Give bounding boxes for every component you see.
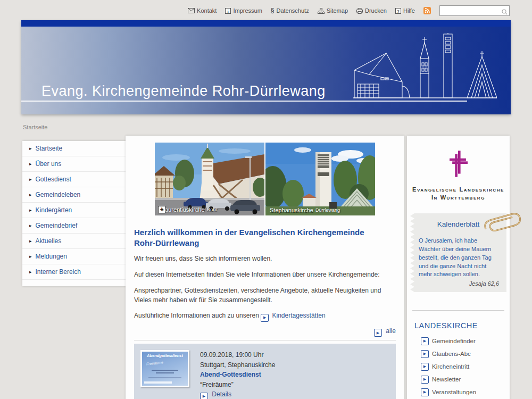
paperclip-decoration <box>481 209 522 237</box>
link-newsletter[interactable]: ▶ Newsletter <box>421 376 510 384</box>
link-kircheneintritt[interactable]: ▶ Kircheneintritt <box>421 363 510 371</box>
info-icon: i <box>225 8 231 14</box>
imprint-link[interactable]: i Impressum <box>225 7 262 14</box>
intro-paragraph: Ansprechpartner, Gottesdienstzeiten, ver… <box>134 286 396 305</box>
event-details-row: ▶ Details <box>200 389 275 399</box>
site-header-banner: Evang. Kirchengemeinde Rohr-Dürrlewang <box>21 20 511 114</box>
photo-caption: Stephanuskirche Dürrlewang <box>265 207 340 213</box>
play-link-icon: ▶ <box>421 388 429 396</box>
sidebar-divider <box>412 310 504 311</box>
church-photos: + Laurentiuskirche Rohr <box>134 143 396 215</box>
link-glaubens-abc[interactable]: ▶ Glaubens-Abc <box>421 350 510 358</box>
play-link-icon: ▶ <box>261 314 269 322</box>
link-veranstaltungen[interactable]: ▶ Veranstaltungen <box>421 388 510 396</box>
search-box <box>439 5 510 16</box>
nav-arrow-icon: ▸ <box>29 238 32 244</box>
alle-row: ▶ alle <box>134 327 396 337</box>
sidebar-item-gemeindeleben[interactable]: ▸Gemeindeleben <box>22 187 126 203</box>
event-item: Abendgottesdienst Freiräume 09.09.2018, … <box>134 344 396 399</box>
sidebar-item-startseite[interactable]: ▸Startseite <box>22 141 126 156</box>
sidebar-item-interner-bereich[interactable]: ▸Interner Bereich <box>22 264 126 280</box>
enlarge-icon[interactable]: + <box>158 206 165 213</box>
photo-stephanuskirche[interactable]: Stephanuskirche Dürrlewang <box>265 143 375 215</box>
main-navigation: ▸Startseite ▸Über uns ▸Gottesdienst ▸Gem… <box>22 141 126 286</box>
right-sidebar: Evangelische Landeskirche In Württemberg… <box>407 136 510 399</box>
site-title: Evang. Kirchengemeinde Rohr-Dürrlewang <box>41 83 326 99</box>
event-thumbnail[interactable]: Abendgottesdienst Freiräume <box>140 350 189 387</box>
landeskirche-heading: LANDESKIRCHE <box>414 321 510 330</box>
event-subtitle: “Freiräume” <box>200 380 275 390</box>
landeskirche-logo[interactable]: Evangelische Landeskirche In Württemberg <box>407 136 510 202</box>
envelope-icon <box>188 8 195 13</box>
utility-bar: Kontakt i Impressum § Datenschutz Sitema… <box>188 5 510 16</box>
kalenderblatt-source: Jesaja 62,6 <box>410 279 506 287</box>
event-location: Stuttgart, Stephanuskirche <box>200 360 275 370</box>
churches-line-art <box>353 33 497 102</box>
privacy-link[interactable]: § Datenschutz <box>271 7 309 14</box>
event-details-link[interactable]: Details <box>212 390 231 398</box>
landeskirche-cross-icon <box>450 151 468 177</box>
intro-paragraph: Auf diesen Internetseiten finden Sie vie… <box>134 270 396 279</box>
stamp-edge <box>410 213 414 292</box>
help-link[interactable]: ? Hilfe <box>395 7 415 14</box>
paragraph-icon: § <box>271 7 275 14</box>
sidebar-item-kindergaerten[interactable]: ▸Kindergärten <box>22 203 126 218</box>
kindertagesstaetten-link[interactable]: Kindertagesstätten <box>272 312 326 319</box>
photo-laurentiuskirche[interactable]: + Laurentiuskirche Rohr <box>155 143 264 215</box>
play-link-icon: ▶ <box>421 350 429 358</box>
intro-paragraph: Wir freuen uns, dass Sie sich informiere… <box>134 254 396 263</box>
nav-arrow-icon: ▸ <box>29 207 32 213</box>
rss-icon[interactable] <box>423 7 431 14</box>
sitemap-link[interactable]: Sitemap <box>318 7 348 14</box>
svg-text:?: ? <box>397 9 400 13</box>
nav-arrow-icon: ▸ <box>29 223 32 228</box>
play-link-icon: ▶ <box>421 363 429 371</box>
play-link-icon: ▶ <box>200 393 208 399</box>
event-title-link[interactable]: Abend-Gottesdienst <box>200 370 261 380</box>
nav-arrow-icon: ▸ <box>29 269 32 275</box>
sidebar-item-ueber-uns[interactable]: ▸Über uns <box>22 156 126 172</box>
help-icon: ? <box>395 8 401 14</box>
search-icon[interactable] <box>502 7 508 17</box>
sitemap-icon <box>318 8 325 14</box>
nav-arrow-icon: ▸ <box>29 161 32 167</box>
main-content: + Laurentiuskirche Rohr <box>126 136 404 399</box>
nav-arrow-icon: ▸ <box>29 254 32 259</box>
photo-caption: + Laurentiuskirche Rohr <box>155 206 217 213</box>
landeskirche-logo-text: Evangelische Landeskirche In Württemberg <box>407 186 510 202</box>
alle-link[interactable]: alle <box>386 327 396 335</box>
play-link-icon: ▶ <box>374 329 382 337</box>
play-link-icon: ▶ <box>421 376 429 384</box>
event-datetime: 09.09.2018, 19:00 Uhr <box>200 350 275 360</box>
nav-arrow-icon: ▸ <box>29 146 32 151</box>
play-link-icon: ▶ <box>421 337 429 345</box>
banner-top-strip <box>21 20 511 27</box>
search-input[interactable] <box>439 5 510 16</box>
sidebar-item-gemeindebrief[interactable]: ▸Gemeindebrief <box>22 218 126 234</box>
nav-arrow-icon: ▸ <box>29 177 32 182</box>
sidebar-item-gottesdienst[interactable]: ▸Gottesdienst <box>22 172 126 187</box>
page-title: Herzlich willkommen in der Evangelischen… <box>134 227 384 249</box>
printer-icon <box>356 8 363 14</box>
breadcrumb[interactable]: Startseite <box>23 124 47 130</box>
kita-row: Ausführliche Informationen auch zu unser… <box>134 312 396 322</box>
sidebar-item-aktuelles[interactable]: ▸Aktuelles <box>22 234 126 249</box>
content-divider <box>134 340 396 340</box>
print-link[interactable]: Drucken <box>356 7 387 14</box>
contact-link[interactable]: Kontakt <box>188 7 217 14</box>
sidebar-item-meldungen[interactable]: ▸Meldungen <box>22 249 126 264</box>
link-gemeindefinder[interactable]: ▶ Gemeindefinder <box>421 337 510 345</box>
nav-arrow-icon: ▸ <box>29 192 32 197</box>
